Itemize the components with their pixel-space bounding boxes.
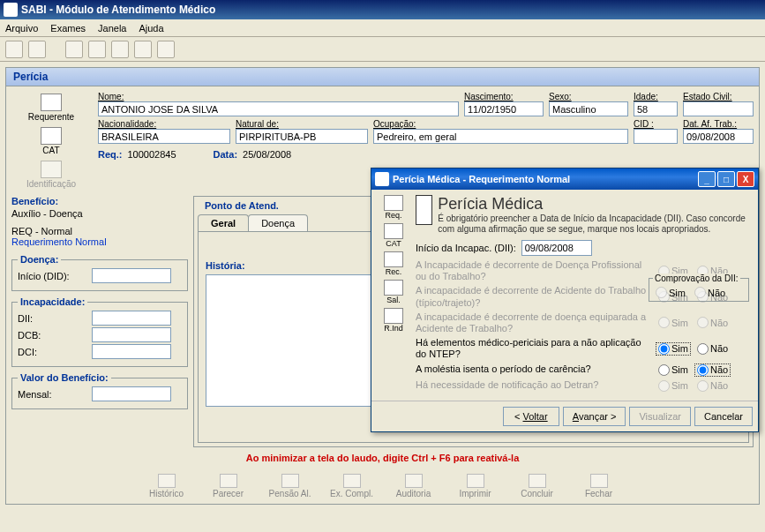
toolbar-btn-6[interactable] <box>134 41 152 58</box>
valor-fieldset: Valor do Benefício: Mensal: <box>11 372 188 409</box>
footer-buttons: Histórico Parecer Pensão Al. Ex. Compl. … <box>6 468 759 504</box>
sidebar-identificacao: Identificação <box>11 159 91 191</box>
doc-icon <box>384 195 403 211</box>
comprovacao-box: Comprovação da DII: Sim Não <box>649 278 749 302</box>
req-tipo: REQ - Normal <box>11 226 188 236</box>
q4-nao[interactable]: Não <box>694 342 731 356</box>
dialog-icon <box>375 172 389 186</box>
menu-ajuda[interactable]: Ajuda <box>139 23 163 34</box>
req-label: Req.: <box>98 149 123 160</box>
check-icon <box>529 474 546 488</box>
comp-sim: Sim <box>653 286 688 299</box>
btn-historico[interactable]: Histórico <box>139 472 195 500</box>
clipboard-icon <box>41 127 62 145</box>
doc-icon <box>384 308 403 324</box>
nascimento-field[interactable] <box>464 101 544 116</box>
clipboard-icon <box>384 223 403 239</box>
door-icon <box>590 474 608 488</box>
btn-excompl[interactable]: Ex. Compl. <box>324 472 380 500</box>
dlg-side-sal[interactable]: Sal. <box>384 280 403 304</box>
toolbar-btn-1[interactable] <box>5 41 23 58</box>
nacionalidade-field[interactable] <box>98 129 230 144</box>
natural-field[interactable] <box>236 129 368 144</box>
toolbar-btn-3[interactable] <box>65 41 83 58</box>
info-icon <box>41 161 62 178</box>
window-titlebar: SABI - Módulo de Atendimento Médico <box>0 0 765 19</box>
sexo-field[interactable] <box>549 101 628 116</box>
panel-sidebar: Requerente CAT Identificação <box>11 92 91 191</box>
dlg-side-cat[interactable]: CAT <box>384 223 403 248</box>
question-4: Há elementos médico-periciais para a não… <box>416 337 753 360</box>
avancar-button[interactable]: Avançar > <box>563 407 626 426</box>
dii-input[interactable] <box>521 240 592 256</box>
menu-janela[interactable]: Janela <box>98 23 126 34</box>
toolbar-btn-5[interactable] <box>111 41 129 58</box>
comp-nao: Não <box>692 286 728 299</box>
incapacidade-fieldset: Incapacidade: DII: DCB: DCI: <box>11 296 188 367</box>
inicio-did-field[interactable] <box>92 268 171 283</box>
panel-title: Perícia <box>6 68 759 86</box>
btn-pensao[interactable]: Pensão Al. <box>262 472 319 500</box>
toolbar-btn-7[interactable] <box>157 41 175 58</box>
btn-parecer[interactable]: Parecer <box>200 472 257 500</box>
folder-icon <box>158 474 176 488</box>
visualizar-button: Visualizar <box>629 407 691 426</box>
dlg-side-rind[interactable]: R.Ind <box>384 308 403 333</box>
toolbar-btn-2[interactable] <box>28 41 46 58</box>
question-5: A moléstia isenta o período de carência?… <box>416 363 753 377</box>
pericia-dialog: Perícia Médica - Requerimento Normal _ □… <box>371 168 759 432</box>
dcb-field[interactable] <box>92 327 171 342</box>
menu-exames[interactable]: Exames <box>50 23 86 34</box>
idade-field[interactable] <box>634 101 678 116</box>
footer-hint: Ao minimizar a tela do laudo, digite Ctr… <box>6 453 759 463</box>
q4-sim[interactable]: Sim <box>656 342 691 356</box>
data-value: 25/08/2008 <box>243 149 291 160</box>
left-column: Benefício: Auxílio - Doença REQ - Normal… <box>11 196 188 447</box>
btn-fechar[interactable]: Fechar <box>571 472 627 500</box>
data-label: Data: <box>214 149 238 160</box>
nome-field[interactable] <box>98 101 459 116</box>
tab-geral[interactable]: Geral <box>198 214 249 231</box>
btn-imprimir[interactable]: Imprimir <box>447 472 504 500</box>
sidebar-cat[interactable]: CAT <box>11 125 91 157</box>
dci-field[interactable] <box>92 344 171 359</box>
tab-doenca[interactable]: Doença <box>248 214 308 231</box>
app-icon <box>4 3 18 17</box>
btn-auditoria[interactable]: Auditoria <box>386 472 442 500</box>
maximize-button[interactable]: □ <box>717 171 735 187</box>
q5-sim[interactable]: Sim <box>656 363 691 377</box>
minimize-button[interactable]: _ <box>698 171 716 187</box>
ocupacao-field[interactable] <box>373 129 628 144</box>
doc-icon <box>220 474 237 488</box>
menu-arquivo[interactable]: Arquivo <box>5 23 38 34</box>
dialog-titlebar[interactable]: Perícia Médica - Requerimento Normal _ □… <box>371 169 758 190</box>
btn-concluir[interactable]: Concluir <box>509 472 566 500</box>
dialog-buttons: < Voltar Avançar > Visualizar Cancelar <box>371 401 758 431</box>
question-3: A incapacidade é decorrente de doença eq… <box>416 311 753 334</box>
dlg-side-req[interactable]: Req. <box>384 195 403 220</box>
toolbar-btn-4[interactable] <box>88 41 106 58</box>
question-6: Há necessidade de notificação ao Detran?… <box>416 379 753 393</box>
estado-field[interactable] <box>683 101 754 116</box>
document-icon <box>41 94 62 111</box>
mensal-field[interactable] <box>92 386 171 401</box>
dialog-title-text: Perícia Médica - Requerimento Normal <box>393 174 696 184</box>
cid-field[interactable] <box>634 129 678 144</box>
close-button[interactable]: X <box>737 171 754 187</box>
q5-nao[interactable]: Não <box>694 363 731 377</box>
voltar-button[interactable]: < Voltar <box>503 407 559 426</box>
dialog-content: Perícia Médica É obrigatório preencher a… <box>416 195 753 395</box>
requerimento-link[interactable]: Requerimento Normal <box>11 236 188 247</box>
cancelar-button[interactable]: Cancelar <box>694 407 753 426</box>
window-title: SABI - Módulo de Atendimento Médico <box>21 4 215 16</box>
money-icon <box>384 280 403 296</box>
sidebar-requerente[interactable]: Requerente <box>11 92 91 124</box>
dat-field[interactable] <box>683 129 754 144</box>
menubar: Arquivo Exames Janela Ajuda <box>0 19 765 37</box>
dialog-desc: É obrigatório preencher a Data de Início… <box>438 214 753 235</box>
dialog-sidebar: Req. CAT Rec. Sal. R.Ind <box>377 195 410 395</box>
toolbar <box>0 37 765 62</box>
dii-field[interactable] <box>92 311 171 326</box>
dlg-side-rec[interactable]: Rec. <box>384 251 403 276</box>
folder-icon <box>384 251 403 267</box>
